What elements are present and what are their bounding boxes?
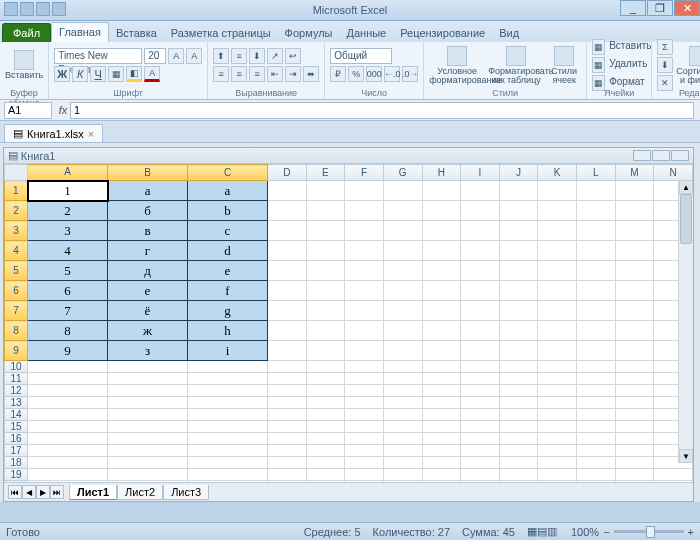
col-header-D[interactable]: D <box>268 165 307 181</box>
cell-K2[interactable] <box>538 201 577 221</box>
cell-H6[interactable] <box>422 281 461 301</box>
cell-D11[interactable] <box>268 373 307 385</box>
cell-K20[interactable] <box>538 481 577 483</box>
cell-B19[interactable] <box>108 469 188 481</box>
close-button[interactable]: ✕ <box>674 0 700 16</box>
cell-M17[interactable] <box>615 445 654 457</box>
cell-M4[interactable] <box>615 241 654 261</box>
cell-B1[interactable]: а <box>108 181 188 201</box>
row-header-5[interactable]: 5 <box>5 261 28 281</box>
cell-C13[interactable] <box>188 397 268 409</box>
cell-L5[interactable] <box>577 261 616 281</box>
cell-I15[interactable] <box>461 421 500 433</box>
cell-J18[interactable] <box>499 457 538 469</box>
cell-I5[interactable] <box>461 261 500 281</box>
cell-A19[interactable] <box>28 469 108 481</box>
cell-E8[interactable] <box>306 321 345 341</box>
cell-B4[interactable]: г <box>108 241 188 261</box>
cell-A6[interactable]: 6 <box>28 281 108 301</box>
cell-A12[interactable] <box>28 385 108 397</box>
cell-L9[interactable] <box>577 341 616 361</box>
cell-E20[interactable] <box>306 481 345 483</box>
col-header-A[interactable]: A <box>28 165 108 181</box>
fill-color-button[interactable]: ◧ <box>126 66 142 82</box>
cell-J5[interactable] <box>499 261 538 281</box>
grow-font-button[interactable]: A <box>168 48 184 64</box>
cell-I1[interactable] <box>461 181 500 201</box>
select-all-corner[interactable] <box>5 165 28 181</box>
cell-E1[interactable] <box>306 181 345 201</box>
cell-J20[interactable] <box>499 481 538 483</box>
cell-G19[interactable] <box>383 469 422 481</box>
scroll-down-icon[interactable]: ▼ <box>679 449 693 463</box>
vertical-scrollbar[interactable]: ▲ ▼ <box>678 180 693 463</box>
cell-A4[interactable]: 4 <box>28 241 108 261</box>
delete-cells-button[interactable]: Удалить <box>606 57 646 73</box>
ribbon-tab-home[interactable]: Главная <box>51 22 109 42</box>
view-layout-icon[interactable]: ▤ <box>537 525 547 538</box>
cell-E15[interactable] <box>306 421 345 433</box>
cell-M11[interactable] <box>615 373 654 385</box>
col-header-J[interactable]: J <box>499 165 538 181</box>
cell-F5[interactable] <box>345 261 384 281</box>
cell-C8[interactable]: h <box>188 321 268 341</box>
insert-cells-button[interactable]: Вставить <box>606 39 646 55</box>
scroll-up-icon[interactable]: ▲ <box>679 180 693 194</box>
cell-L19[interactable] <box>577 469 616 481</box>
row-header-3[interactable]: 3 <box>5 221 28 241</box>
cell-C2[interactable]: b <box>188 201 268 221</box>
cell-F6[interactable] <box>345 281 384 301</box>
cell-D5[interactable] <box>268 261 307 281</box>
sheet-nav-first[interactable]: ⏮ <box>8 485 22 499</box>
cell-F2[interactable] <box>345 201 384 221</box>
number-format-select[interactable]: Общий <box>330 48 392 64</box>
cell-B16[interactable] <box>108 433 188 445</box>
wb-min[interactable] <box>633 150 651 161</box>
cell-M20[interactable] <box>615 481 654 483</box>
cell-F13[interactable] <box>345 397 384 409</box>
col-header-I[interactable]: I <box>461 165 500 181</box>
inc-decimal[interactable]: ←.0 <box>384 66 400 82</box>
cell-D7[interactable] <box>268 301 307 321</box>
cell-L20[interactable] <box>577 481 616 483</box>
cell-H8[interactable] <box>422 321 461 341</box>
cell-B5[interactable]: д <box>108 261 188 281</box>
font-name-select[interactable]: Times New Roman <box>54 48 142 64</box>
cell-F17[interactable] <box>345 445 384 457</box>
row-header-16[interactable]: 16 <box>5 433 28 445</box>
workbook-caption[interactable]: ▤ Книга1 <box>4 148 693 164</box>
cell-I19[interactable] <box>461 469 500 481</box>
cell-K11[interactable] <box>538 373 577 385</box>
cell-I4[interactable] <box>461 241 500 261</box>
cell-B8[interactable]: ж <box>108 321 188 341</box>
cell-C9[interactable]: i <box>188 341 268 361</box>
cell-D2[interactable] <box>268 201 307 221</box>
cell-C18[interactable] <box>188 457 268 469</box>
cell-A2[interactable]: 2 <box>28 201 108 221</box>
cell-L8[interactable] <box>577 321 616 341</box>
ribbon-tab-formulas[interactable]: Формулы <box>278 24 340 42</box>
cell-H17[interactable] <box>422 445 461 457</box>
cell-A18[interactable] <box>28 457 108 469</box>
cell-H4[interactable] <box>422 241 461 261</box>
cell-J16[interactable] <box>499 433 538 445</box>
cell-E9[interactable] <box>306 341 345 361</box>
cell-D13[interactable] <box>268 397 307 409</box>
cell-M16[interactable] <box>615 433 654 445</box>
cell-E5[interactable] <box>306 261 345 281</box>
cell-C5[interactable]: e <box>188 261 268 281</box>
cell-D1[interactable] <box>268 181 307 201</box>
cell-H7[interactable] <box>422 301 461 321</box>
cell-C16[interactable] <box>188 433 268 445</box>
cell-G14[interactable] <box>383 409 422 421</box>
cell-J11[interactable] <box>499 373 538 385</box>
cell-I14[interactable] <box>461 409 500 421</box>
cell-I10[interactable] <box>461 361 500 373</box>
cell-E19[interactable] <box>306 469 345 481</box>
cell-D17[interactable] <box>268 445 307 457</box>
wb-max[interactable] <box>652 150 670 161</box>
row-header-11[interactable]: 11 <box>5 373 28 385</box>
cell-F20[interactable] <box>345 481 384 483</box>
row-header-18[interactable]: 18 <box>5 457 28 469</box>
ribbon-tab-review[interactable]: Рецензирование <box>393 24 492 42</box>
